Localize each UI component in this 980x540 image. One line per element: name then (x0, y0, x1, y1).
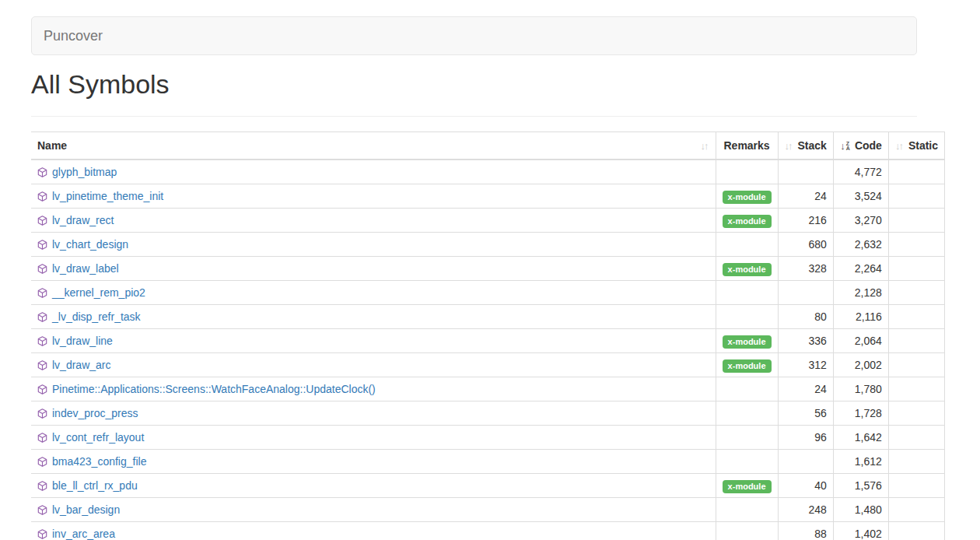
code-value-cell: 1,780 (833, 377, 888, 401)
x-module-badge: x-module (723, 480, 772, 493)
code-value-cell: 1,576 (833, 474, 888, 498)
code-value-cell: 2,264 (833, 257, 888, 281)
symbol-link[interactable]: lv_bar_design (52, 503, 120, 516)
static-value-cell (888, 209, 944, 233)
symbol-link[interactable]: lv_pinetime_theme_init (52, 190, 163, 202)
symbol-link[interactable]: bma423_config_file (52, 455, 146, 468)
code-value-cell: 2,128 (833, 281, 888, 305)
symbol-link[interactable]: inv_arc_area (52, 528, 115, 540)
stack-value-cell: 680 (778, 233, 833, 257)
cube-icon (37, 336, 47, 346)
cube-icon (37, 433, 47, 443)
column-header-name[interactable]: Name↓↑ (31, 132, 716, 160)
static-value-cell (888, 377, 944, 401)
symbol-name-cell: inv_arc_area (31, 522, 716, 540)
column-label: Name (37, 138, 67, 153)
cube-icon (37, 216, 47, 226)
symbol-name-cell: glyph_bitmap (31, 160, 716, 184)
cube-icon (37, 167, 47, 177)
symbol-name-cell: lv_draw_arc (31, 353, 716, 377)
stack-value-cell (778, 160, 833, 184)
page-title: All Symbols (31, 71, 917, 97)
symbol-link[interactable]: _lv_disp_refr_task (52, 310, 141, 323)
page-container: Puncover All Symbols Name↓↑Remarks↓↑Stac… (31, 16, 980, 540)
static-value-cell (888, 160, 944, 184)
static-value-cell (888, 184, 944, 209)
column-header-stack[interactable]: ↓↑Stack (778, 132, 833, 160)
remarks-cell: x-module (716, 257, 778, 281)
x-module-badge: x-module (723, 263, 772, 276)
stack-value-cell: 24 (778, 377, 833, 401)
column-label: Code (855, 138, 882, 153)
symbol-name-cell: lv_draw_line (31, 329, 716, 353)
remarks-cell (716, 426, 778, 450)
symbol-link[interactable]: glyph_bitmap (52, 166, 117, 178)
cube-icon (37, 481, 47, 491)
symbol-name-cell: lv_chart_design (31, 233, 716, 257)
static-value-cell (888, 233, 944, 257)
column-header-code[interactable]: ↓ZACode (833, 132, 888, 160)
symbol-link[interactable]: lv_draw_rect (52, 214, 114, 226)
symbol-link[interactable]: ble_ll_ctrl_rx_pdu (52, 479, 138, 492)
sort-unsorted-icon: ↓↑ (701, 140, 709, 152)
symbols-table-body: glyph_bitmap4,772lv_pinetime_theme_initx… (31, 160, 945, 540)
symbol-link[interactable]: lv_chart_design (52, 238, 128, 251)
code-value-cell: 1,402 (833, 522, 888, 540)
remarks-cell (716, 401, 778, 426)
cube-icon (37, 384, 47, 394)
code-value-cell: 4,772 (833, 160, 888, 184)
code-value-cell: 1,642 (833, 426, 888, 450)
symbol-link[interactable]: lv_cont_refr_layout (52, 431, 144, 444)
symbol-name-cell: lv_pinetime_theme_init (31, 184, 716, 209)
static-value-cell (888, 474, 944, 498)
cube-icon (37, 191, 47, 202)
stack-value-cell: 40 (778, 474, 833, 498)
remarks-cell: x-module (716, 353, 778, 377)
symbol-link[interactable]: __kernel_rem_pio2 (52, 286, 145, 299)
symbol-name-cell: indev_proc_press (31, 401, 716, 426)
symbol-link[interactable]: lv_draw_line (52, 335, 113, 347)
symbol-name-cell: ble_ll_ctrl_rx_pdu (31, 474, 716, 498)
navbar-brand[interactable]: Puncover (32, 16, 114, 55)
remarks-cell (716, 522, 778, 540)
table-row: lv_pinetime_theme_initx-module243,524 (31, 184, 945, 209)
symbol-name-cell: bma423_config_file (31, 450, 716, 474)
column-header-static[interactable]: ↓↑Static (888, 132, 944, 160)
symbol-name-cell: _lv_disp_refr_task (31, 305, 716, 329)
column-header-remarks: Remarks (716, 132, 778, 160)
symbol-link[interactable]: indev_proc_press (52, 407, 138, 419)
table-row: lv_draw_rectx-module2163,270 (31, 209, 945, 233)
table-row: inv_arc_area881,402 (31, 522, 945, 540)
stack-value-cell: 216 (778, 209, 833, 233)
symbol-name-cell: lv_draw_label (31, 257, 716, 281)
column-label: Static (908, 138, 938, 153)
code-value-cell: 2,064 (833, 329, 888, 353)
static-value-cell (888, 257, 944, 281)
remarks-cell (716, 160, 778, 184)
static-value-cell (888, 401, 944, 426)
remarks-cell (716, 450, 778, 474)
column-label: Remarks (723, 138, 769, 153)
symbols-table-head: Name↓↑Remarks↓↑Stack↓ZACode↓↑Static (31, 132, 945, 160)
stack-value-cell: 312 (778, 353, 833, 377)
symbol-link[interactable]: Pinetime::Applications::Screens::WatchFa… (52, 383, 376, 395)
cube-icon (37, 360, 47, 370)
remarks-cell (716, 498, 778, 522)
static-value-cell (888, 305, 944, 329)
stack-value-cell: 248 (778, 498, 833, 522)
table-row: lv_cont_refr_layout961,642 (31, 426, 945, 450)
symbol-link[interactable]: lv_draw_arc (52, 359, 110, 371)
code-value-cell: 2,116 (833, 305, 888, 329)
remarks-cell: x-module (716, 474, 778, 498)
navbar: Puncover (31, 16, 917, 55)
sort-unsorted-icon: ↓↑ (785, 140, 793, 152)
static-value-cell (888, 498, 944, 522)
stack-value-cell: 80 (778, 305, 833, 329)
table-row: lv_chart_design6802,632 (31, 233, 945, 257)
symbol-link[interactable]: lv_draw_label (52, 262, 119, 275)
remarks-cell (716, 377, 778, 401)
stack-value-cell: 96 (778, 426, 833, 450)
sort-desc-icon: ↓ZA (840, 140, 850, 152)
static-value-cell (888, 450, 944, 474)
code-value-cell: 3,524 (833, 184, 888, 209)
